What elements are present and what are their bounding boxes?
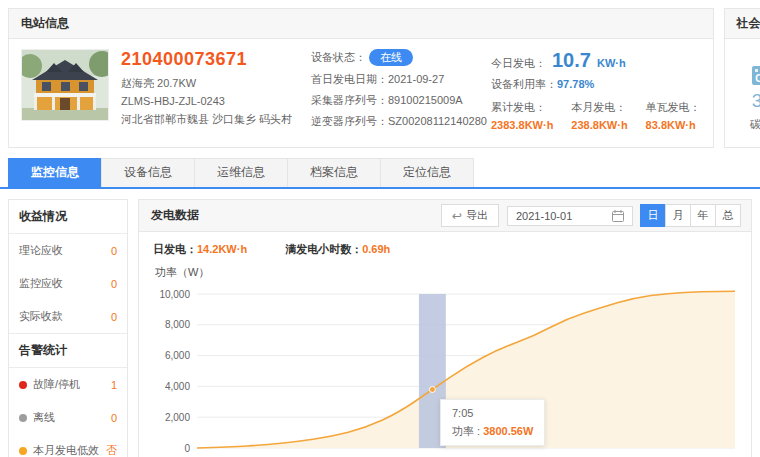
y-axis-title: 功率（W） <box>155 265 739 280</box>
tooltip-time: 7:05 <box>452 405 533 423</box>
revenue-row-value: 0 <box>111 311 117 323</box>
power-chart[interactable]: 02,0004,0006,0008,00010,00006:3506:4006:… <box>151 282 739 457</box>
first-gen-date: 2021-09-27 <box>388 73 444 85</box>
svg-text:6,000: 6,000 <box>165 350 190 361</box>
carbon-reduction-label: 碳减排 <box>739 117 760 132</box>
station-code: ZLMS-HBJ-ZJL-0243 <box>121 92 299 110</box>
tab-operation-info[interactable]: 运维信息 <box>194 158 288 187</box>
revenue-row-value: 0 <box>111 278 117 290</box>
station-dashboard-page: 电站信息 <box>0 0 760 457</box>
revenue-row-actual: 实际收款 0 <box>9 300 127 333</box>
range-total-button[interactable]: 总 <box>715 204 741 227</box>
day-gen-label: 日发电： <box>153 243 197 255</box>
today-gen-value: 10.7 <box>552 49 591 72</box>
alarm-row-label: 故障/停机 <box>33 378 80 390</box>
station-identity: 210400073671 赵海亮 20.7KW ZLMS-HBJ-ZJL-024… <box>121 49 299 135</box>
alarm-row-value: 否 <box>106 443 117 457</box>
alarm-row-value: 1 <box>111 379 117 391</box>
tab-device-info[interactable]: 设备信息 <box>101 158 195 187</box>
svg-text:8,000: 8,000 <box>165 319 190 330</box>
tab-location-info[interactable]: 定位信息 <box>380 158 474 187</box>
alarm-row-value: 0 <box>111 412 117 424</box>
export-button[interactable]: ↩ 导出 <box>441 204 499 227</box>
collector-label: 采集器序列号： <box>311 94 388 106</box>
chart-summary-line: 日发电：14.2KW·h满发电小时数：0.69h <box>153 242 739 257</box>
revenue-row-value: 0 <box>111 245 117 257</box>
station-body: 210400073671 赵海亮 20.7KW ZLMS-HBJ-ZJL-024… <box>9 39 713 147</box>
alarm-row-label: 本月发电低效 <box>33 444 99 456</box>
chart-tooltip: 7:05 功率 : 3800.56W <box>440 399 545 446</box>
co2-factory-icon: CO₂ <box>750 55 760 87</box>
social-contribution-panel: 社会贡献 CO₂ 30 t 碳减排 <box>724 8 760 148</box>
total-gen-value: 2383.8KW·h <box>491 119 553 131</box>
revenue-row-label: 实际收款 <box>19 309 63 324</box>
per-watt-gen-stat: 单瓦发电： 83.8KW·h <box>646 100 701 131</box>
range-month-button[interactable]: 月 <box>665 204 691 227</box>
revenue-row-monitored: 监控应收 0 <box>9 267 127 300</box>
export-button-label: 导出 <box>466 208 488 223</box>
alarm-row-low-efficiency: 本月发电低效 否 <box>9 434 127 457</box>
svg-text:4,000: 4,000 <box>165 381 190 392</box>
range-day-button[interactable]: 日 <box>640 204 666 227</box>
range-year-button[interactable]: 年 <box>690 204 716 227</box>
per-watt-gen-value: 83.8KW·h <box>646 119 701 131</box>
tab-monitoring-info[interactable]: 监控信息 <box>8 158 102 187</box>
sidebar-panel: 收益情况 理论应收 0 监控应收 0 实际收款 0 告警统计 故障/停机 1 <box>8 199 128 457</box>
today-gen-unit: KW·h <box>597 57 626 69</box>
total-gen-label: 累计发电： <box>491 100 553 115</box>
revenue-section-title: 收益情况 <box>9 200 127 233</box>
date-picker-value: 2021-10-01 <box>516 210 612 222</box>
chart-panel-title: 发电数据 <box>151 207 199 224</box>
tooltip-value: 3800.56W <box>483 425 533 437</box>
station-owner-capacity: 赵海亮 20.7KW <box>121 74 299 92</box>
month-gen-value: 238.8KW·h <box>571 119 627 131</box>
generation-data-panel: 发电数据 ↩ 导出 2021-10-01 <box>138 199 752 457</box>
alarm-row-label: 离线 <box>33 411 55 423</box>
content-row: 收益情况 理论应收 0 监控应收 0 实际收款 0 告警统计 故障/停机 1 <box>0 189 760 457</box>
revenue-row-label: 监控应收 <box>19 276 63 291</box>
tab-archive-info[interactable]: 档案信息 <box>287 158 381 187</box>
inverter-sn: SZ00208112140280 <box>388 115 487 127</box>
low-efficiency-dot-icon <box>19 447 27 455</box>
station-panel-title: 电站信息 <box>9 9 713 39</box>
fault-dot-icon <box>19 381 27 389</box>
today-gen-label: 今日发电： <box>491 56 546 71</box>
calendar-icon <box>612 210 624 222</box>
svg-text:2,000: 2,000 <box>165 412 190 423</box>
alarm-row-offline: 离线 0 <box>9 401 127 434</box>
first-gen-label: 首日发电日期： <box>311 73 388 85</box>
export-arrow-icon: ↩ <box>452 210 462 222</box>
full-hours-value: 0.69h <box>362 243 390 255</box>
house-image <box>22 50 108 120</box>
day-gen-value: 14.2KW·h <box>197 243 247 255</box>
alarm-row-fault: 故障/停机 1 <box>9 368 127 401</box>
revenue-row-theoretical: 理论应收 0 <box>9 234 127 267</box>
range-segmented-control: 日 月 年 总 <box>641 204 741 227</box>
status-badge: 在线 <box>369 49 413 66</box>
social-panel-title: 社会贡献 <box>725 9 760 39</box>
station-device-info: 设备状态： 在线 首日发电日期：2021-09-27 采集器序列号：891002… <box>311 49 479 135</box>
full-hours-label: 满发电小时数： <box>285 243 362 255</box>
total-gen-stat: 累计发电： 2383.8KW·h <box>491 100 553 131</box>
carbon-reduction-value-line: 30 t <box>739 90 760 112</box>
alarm-section-title: 告警统计 <box>9 334 127 367</box>
chart-body: 日发电：14.2KW·h满发电小时数：0.69h 功率（W） 02,0004,0… <box>139 232 751 457</box>
date-picker[interactable]: 2021-10-01 <box>507 206 633 226</box>
tooltip-series-label: 功率 : <box>452 425 480 437</box>
svg-text:0: 0 <box>184 443 190 454</box>
station-id: 210400073671 <box>121 49 299 70</box>
device-status-label: 设备状态： <box>311 51 366 63</box>
station-address: 河北省邯郸市魏县 沙口集乡 码头村 <box>121 110 299 128</box>
station-info-panel: 电站信息 <box>8 8 714 148</box>
utilization-value: 97.78% <box>557 78 594 90</box>
per-watt-gen-label: 单瓦发电： <box>646 100 701 115</box>
info-tabs-bar: 监控信息 设备信息 运维信息 档案信息 定位信息 <box>0 158 760 189</box>
chart-header: 发电数据 ↩ 导出 2021-10-01 <box>139 200 751 232</box>
revenue-row-label: 理论应收 <box>19 243 63 258</box>
svg-text:CO₂: CO₂ <box>755 73 760 84</box>
station-generation-stats: 今日发电： 10.7 KW·h 设备利用率：97.78% 累计发电： 2383.… <box>491 49 701 135</box>
carbon-reduction-item: CO₂ 30 t 碳减排 <box>739 51 760 132</box>
inverter-label: 逆变器序列号： <box>311 115 388 127</box>
svg-text:10,000: 10,000 <box>159 289 190 300</box>
station-photo <box>21 49 109 121</box>
